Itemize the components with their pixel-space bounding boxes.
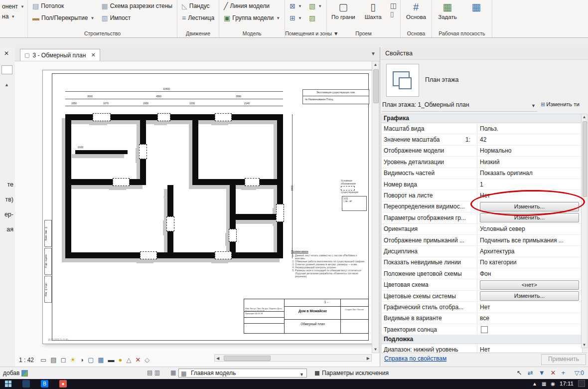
properties-help-link[interactable]: Справка по свойствам [384,355,446,362]
property-value[interactable]: Условный север [480,225,525,232]
select-cursor-icon[interactable]: ↖ [517,369,522,377]
ribbon-button[interactable]: ▤Потолок [31,1,95,11]
type-selector[interactable]: План этажа: 1_Обмерный план ▼ [382,101,538,112]
volume-icon[interactable]: ◉ [551,381,555,387]
ribbon-button[interactable]: #Основа [404,1,428,25]
property-value[interactable]: Архитектура [480,248,515,255]
property-name: Значение масштаба [382,134,477,145]
properties-scrollbar[interactable]: ▲ ▼ [581,114,588,348]
exclude-cross-icon[interactable]: ✕ [551,369,556,377]
ribbon-button[interactable]: ▯ [390,10,397,18]
property-name: Цветовая схема [382,279,477,290]
selection-filter-icon[interactable]: ▽:0 [575,370,584,377]
scrollbar-thumb[interactable] [583,121,587,197]
visibility-overrides-edit-button[interactable]: Изменить... [480,202,579,211]
scroll-up-icon[interactable]: ▲ [372,62,379,67]
ribbon-button[interactable]: ◺Пандус [181,1,215,11]
property-value[interactable]: По категории [480,259,516,266]
property-value[interactable]: Польз. [480,125,498,132]
visual-style-icon[interactable]: ◻ [61,356,66,364]
ribbon-button[interactable]: ▯Шахта [361,1,385,25]
scroll-left-icon[interactable]: ◀ [216,356,219,361]
tab-close-icon[interactable]: ✕ [91,52,95,58]
property-edit-button[interactable]: Изменить... [480,213,579,222]
property-value[interactable]: Низкий [480,159,500,166]
shadows-icon[interactable]: ◑ [80,356,84,364]
tray-chevron-icon[interactable]: ▲ [532,381,537,387]
floor-plan[interactable] [65,114,283,258]
taskbar-vk-icon[interactable]: В [41,380,48,388]
ribbon-button[interactable]: ⊠▼ [289,1,303,11]
scroll-down-icon[interactable]: ▼ [372,347,379,352]
document-icons[interactable]: ▤ ▥ [147,369,160,376]
notification-icon[interactable] [578,380,585,387]
panel-close-icon[interactable]: ✕ [4,50,9,57]
crop-view-icon[interactable]: ▢ [88,356,94,364]
temporary-hide-icon[interactable]: ▬ [108,356,115,364]
scrollbar-thumb[interactable] [224,356,271,361]
ribbon-button[interactable]: ⊞▼ [289,13,303,23]
view-scale[interactable]: 1 : 42 [19,357,34,364]
property-value[interactable]: Нет [480,192,490,199]
constraints-icon[interactable]: ✕ [135,356,141,364]
editable-arrows-icon[interactable]: ⇄ [528,369,533,377]
crop-visible-icon[interactable]: ▦ [98,356,104,364]
chevron-down-icon[interactable]: ▼ [299,371,304,379]
ribbon-button[interactable]: ▧▼ [308,1,323,11]
property-value[interactable]: Нет [480,304,490,311]
ribbon-button[interactable]: ▨ [308,13,323,23]
apply-button[interactable]: Применить [541,354,586,365]
property-value[interactable]: Нет [480,346,490,353]
scroll-up-icon[interactable]: ▲ [4,82,9,87]
type-preview[interactable] [386,64,419,97]
ribbon-button[interactable]: ◫ [390,2,397,9]
property-value[interactable]: все [480,315,489,322]
canvas-vertical-scrollbar[interactable]: ▲ ▼ [372,61,379,353]
design-options-control[interactable]: Параметры исключения [315,370,389,377]
property-edit-button[interactable]: <нет> [480,280,579,290]
ribbon-button[interactable]: ▦Схема разрезки стены [100,1,173,11]
property-checkbox[interactable] [481,326,488,333]
edit-type-button[interactable]: ⊞Изменить ти [541,101,588,111]
ribbon-button[interactable]: ▢По грани [330,1,356,25]
sun-icon[interactable]: ☀ [70,356,76,364]
ribbon-button[interactable]: на▼ [1,11,25,21]
canvas-horizontal-scrollbar[interactable]: ◀ ▶ [214,354,372,362]
taskbar-app-icon[interactable] [22,380,30,388]
wall-segment [192,114,198,185]
start-button-icon[interactable] [5,381,11,387]
chevron-down-icon[interactable]: ▼ [531,103,536,108]
worksharing-icon[interactable]: ◇ [145,356,149,364]
ribbon-button[interactable]: ▣Группа модели▼ [223,13,281,23]
analytical-icon[interactable]: △ [126,356,131,364]
ribbon-button[interactable]: ▦Задать [436,1,459,25]
property-value[interactable]: Фон [480,270,491,277]
ribbon-button[interactable]: онент▼ [1,1,25,11]
property-value[interactable]: 1 [480,181,483,188]
scroll-up-icon[interactable]: ▲ [582,115,587,119]
property-value[interactable]: Показать оригинал [480,170,533,177]
worksets-icon[interactable]: ▦ [170,369,176,376]
ribbon-button[interactable]: ▥Импост [100,13,173,23]
scrollbar-thumb[interactable] [373,69,379,103]
property-value[interactable]: Нормально [480,147,512,154]
property-edit-button[interactable]: Изменить... [480,291,579,301]
fit-view-icon[interactable]: ▭ [40,356,46,364]
add-plus-icon[interactable]: + [561,369,565,377]
property-value[interactable]: Подчинить все примыкания ... [480,237,564,244]
reveal-hidden-icon[interactable]: ● [119,356,123,364]
network-icon[interactable]: ▦ [542,381,546,387]
ribbon-button[interactable]: ╱Линия модели [223,1,281,11]
ribbon-button[interactable]: ▦ [464,1,488,25]
scroll-down-icon[interactable]: ▼ [582,343,587,347]
view-tab[interactable]: ▢ 3 - Обмерный план ✕ [20,49,100,61]
detail-level-icon[interactable]: ▤ [50,356,56,364]
taskbar-revit-icon[interactable]: ● [59,380,67,388]
sort-down-icon[interactable]: ▼ [539,369,545,377]
property-value[interactable]: 42 [480,136,486,143]
active-workset-select[interactable]: ▦ Главная модель ▼ [178,369,307,378]
tab-list-chevron-icon[interactable]: ▼ [371,51,376,56]
scroll-right-icon[interactable]: ▶ [367,356,370,361]
ribbon-button[interactable]: ▬Пол/Перекрытие▼ [31,13,95,23]
ribbon-button[interactable]: ≡Лестница [181,13,215,23]
